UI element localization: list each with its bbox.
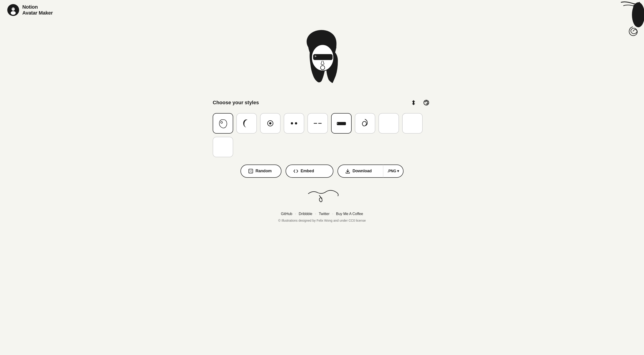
svg-point-3	[12, 9, 13, 9]
app-logo	[7, 4, 19, 16]
app-title: Notion Avatar Maker	[22, 4, 53, 16]
style-option-8[interactable]	[378, 113, 399, 134]
svg-point-19	[295, 122, 297, 124]
style-option-1[interactable]	[213, 113, 233, 134]
svg-point-4	[14, 9, 14, 9]
avatar-preview	[290, 25, 354, 88]
controls-section: Choose your styles	[206, 98, 438, 187]
header: Notion Avatar Maker	[0, 0, 644, 20]
buy-coffee-link[interactable]: Buy Me A Coffee	[336, 212, 363, 216]
style-option-5[interactable]	[308, 113, 328, 134]
svg-rect-20	[337, 122, 346, 125]
action-buttons: Random Embed Download	[213, 165, 431, 178]
footer: GitHub · Dribbble · Twitter · Buy Me A C…	[278, 210, 366, 229]
svg-point-25	[249, 172, 250, 172]
svg-point-17	[269, 122, 272, 124]
style-option-2[interactable]	[236, 113, 257, 134]
header-action-icons	[408, 98, 431, 108]
svg-point-2	[11, 11, 16, 15]
footer-links: GitHub · Dribbble · Twitter · Buy Me A C…	[278, 212, 366, 216]
download-button[interactable]: Download	[338, 165, 383, 178]
section-label: Choose your styles	[213, 100, 259, 106]
style-option-7[interactable]	[355, 113, 375, 134]
dribbble-link[interactable]: Dribbble	[299, 212, 312, 216]
svg-point-1	[12, 7, 15, 11]
svg-point-8	[321, 65, 325, 70]
main-content: Choose your styles	[0, 20, 644, 229]
github-link[interactable]: GitHub	[281, 212, 292, 216]
svg-point-11	[426, 100, 427, 101]
svg-point-22	[249, 170, 250, 170]
copyright-text: © Illustrations designed by Felix Wong a…	[278, 219, 366, 222]
avatar-svg	[292, 27, 352, 86]
flip-button[interactable]	[408, 98, 418, 108]
format-selector[interactable]: .PNG ▾	[383, 165, 404, 178]
svg-point-10	[425, 101, 426, 102]
style-option-3[interactable]	[260, 113, 280, 134]
svg-point-26	[251, 172, 252, 172]
svg-point-18	[291, 122, 293, 124]
svg-point-23	[251, 170, 252, 170]
deco-bottom-scribble	[304, 187, 340, 203]
style-options-grid	[213, 113, 431, 157]
style-option-10[interactable]	[213, 137, 233, 157]
svg-point-24	[250, 171, 251, 171]
embed-button[interactable]: Embed	[286, 165, 334, 178]
svg-point-15	[221, 121, 222, 123]
svg-rect-7	[313, 54, 332, 60]
random-button[interactable]: Random	[240, 165, 282, 178]
download-group: Download .PNG ▾	[338, 165, 404, 178]
style-option-6[interactable]	[331, 113, 352, 134]
svg-point-12	[427, 101, 428, 102]
controls-header: Choose your styles	[213, 98, 431, 108]
style-option-9[interactable]	[402, 113, 423, 134]
twitter-link[interactable]: Twitter	[319, 212, 330, 216]
palette-button[interactable]	[421, 98, 431, 108]
svg-point-14	[426, 103, 428, 105]
style-option-4[interactable]	[284, 113, 304, 134]
